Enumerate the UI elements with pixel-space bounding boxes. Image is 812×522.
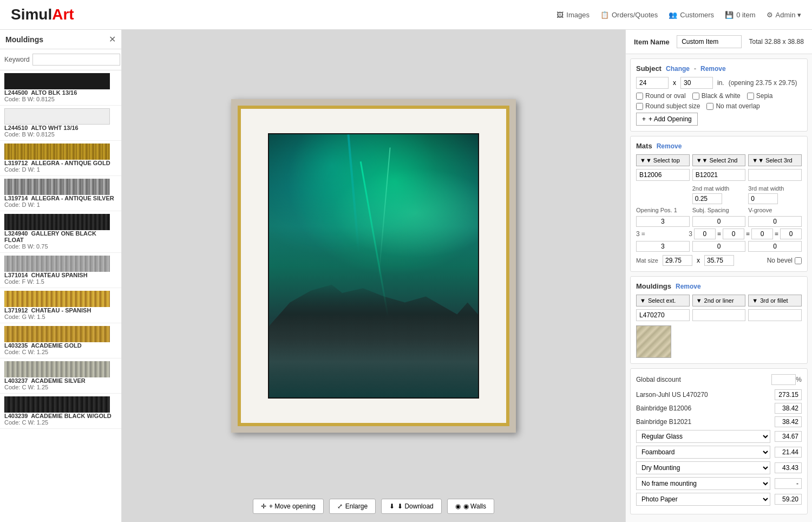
remove-mouldings-link[interactable]: Remove: [676, 283, 701, 290]
moulding-name: L319714 ALLEGRA - ANTIQUE SILVER: [4, 195, 117, 201]
item-name-input[interactable]: [677, 35, 742, 48]
change-link[interactable]: Change: [666, 65, 690, 73]
remove-mats-link[interactable]: Remove: [657, 142, 682, 150]
moulding-list-item[interactable]: L324940 GALLERY ONE BLACK FLOAT Code: B …: [0, 211, 121, 253]
mould1-code-input[interactable]: [636, 309, 690, 321]
mat3-width-label: 3rd mat width: [748, 185, 802, 192]
op1-input[interactable]: [636, 216, 690, 227]
mould2-code-input[interactable]: [692, 309, 746, 321]
round-oval-check[interactable]: Round or oval: [636, 92, 686, 100]
remove-subject-link[interactable]: Remove: [700, 65, 726, 73]
aurora-effect: [269, 134, 478, 292]
select-2nd-mat-button[interactable]: ▼ ▼ Select 2nd: [692, 154, 746, 166]
subject-width-input[interactable]: [636, 77, 669, 89]
round-subject-check[interactable]: Round subject size: [636, 102, 700, 110]
select-3rd-fillet-button[interactable]: ▼ 3rd or fillet: [748, 295, 802, 306]
mould3-code-input[interactable]: [748, 309, 802, 321]
subject-checks-1: Round or oval Black & white Sepia: [636, 92, 802, 100]
price-value-input[interactable]: [775, 403, 802, 414]
vg1-input[interactable]: [748, 216, 802, 227]
global-discount-input[interactable]: [771, 374, 796, 385]
price-value-input[interactable]: [775, 389, 802, 400]
mat2-code-input[interactable]: [692, 169, 746, 181]
sp2-input[interactable]: [694, 229, 716, 239]
nav-orders[interactable]: 📋 Orders/Quotes: [600, 11, 658, 19]
price-select[interactable]: FoamboardBacking BoardCoroplast: [636, 446, 770, 459]
mat3-code-input[interactable]: [748, 169, 802, 181]
enlarge-button[interactable]: ⤢ Enlarge: [329, 499, 376, 514]
no-mat-overlap-check[interactable]: No mat overlap: [706, 102, 759, 110]
mouldings-header: Mouldings Remove: [636, 282, 802, 290]
moulding-list-item[interactable]: L244510 ALTO WHT 13/16 Code: B W: 0.8125: [0, 106, 121, 141]
sp1-input[interactable]: [692, 216, 746, 227]
price-select[interactable]: Regular GlassUV GlassMuseum GlassAcrylic: [636, 430, 770, 443]
select-ext-button[interactable]: ▼ Select ext.: [636, 295, 690, 306]
add-opening-button[interactable]: + + Add Opening: [636, 113, 698, 126]
price-select[interactable]: No frame mountingStandard mountingFloat …: [636, 477, 770, 490]
price-select[interactable]: Photo PaperCanvasFine Art Paper: [636, 493, 770, 506]
price-value-input[interactable]: [775, 462, 802, 473]
mat1-code-input[interactable]: [636, 169, 690, 181]
moulding-swatch: [4, 108, 110, 125]
moulding-list-item[interactable]: L319714 ALLEGRA - ANTIQUE SILVER Code: D…: [0, 176, 121, 211]
vg3-input[interactable]: [748, 241, 802, 252]
price-select[interactable]: Dry MountingWet MountingNo Mounting: [636, 461, 770, 474]
moulding-list-item[interactable]: L371014 CHATEAU SPANISH Code: F W: 1.5: [0, 253, 121, 288]
close-icon[interactable]: ✕: [109, 34, 116, 44]
mat-height-input[interactable]: [704, 255, 734, 266]
moulding-list-item[interactable]: L403237 ACADEMIE SILVER Code: C W: 1.25: [0, 358, 121, 394]
sp2b-input[interactable]: [723, 229, 744, 239]
sepia-checkbox[interactable]: [747, 93, 754, 100]
mat3-width-input[interactable]: [748, 193, 778, 204]
price-row: No frame mountingStandard mountingFloat …: [636, 477, 802, 490]
bw-checkbox[interactable]: [692, 93, 699, 100]
price-value-input[interactable]: [775, 478, 802, 489]
mat-width-input[interactable]: [663, 255, 692, 266]
subj-spacing-label: Subj. Spacing: [692, 207, 746, 213]
nav-customers[interactable]: 👥 Customers: [669, 11, 714, 19]
moulding-list-item[interactable]: L371912 CHATEAU - SPANISH Code: G W: 1.5: [0, 288, 121, 323]
vg2b-input[interactable]: [780, 229, 802, 239]
sp3-input[interactable]: [692, 241, 746, 252]
price-value-input[interactable]: [775, 416, 802, 427]
mat-select-grid: ▼ ▼ Select top ▼ ▼ Select 2nd ▼ ▼ Select…: [636, 154, 802, 181]
nav-images[interactable]: 🖼 Images: [556, 11, 590, 19]
item-name-label: Item Name: [634, 38, 670, 46]
price-header: Global discount %: [636, 374, 802, 385]
moulding-swatch: [4, 143, 110, 160]
mouldings-section: Mouldings Remove ▼ Select ext. ▼ 2nd or …: [630, 276, 808, 364]
sepia-check[interactable]: Sepia: [747, 92, 773, 100]
select-top-mat-button[interactable]: ▼ ▼ Select top: [636, 154, 690, 166]
no-bevel-checkbox[interactable]: [795, 257, 802, 264]
price-value-input[interactable]: [775, 431, 802, 442]
moulding-code: Code: D W: 1: [4, 201, 117, 208]
bw-check[interactable]: Black & white: [692, 92, 741, 100]
pct-symbol: %: [796, 376, 802, 383]
moulding-list-item[interactable]: L403235 ACADEMIE GOLD Code: C W: 1.25: [0, 323, 121, 358]
no-mat-overlap-checkbox[interactable]: [706, 103, 713, 110]
round-oval-checkbox[interactable]: [636, 93, 643, 100]
select-3rd-mat-button[interactable]: ▼ ▼ Select 3rd: [748, 154, 802, 166]
move-opening-button[interactable]: ✛ + Move opening: [253, 499, 324, 514]
moulding-list-item[interactable]: L244500 ALTO BLK 13/16 Code: B W: 0.8125: [0, 70, 121, 106]
moulding-list-item[interactable]: L403239 ACADEMIE BLACK W/GOLD Code: C W:…: [0, 394, 121, 429]
mat-size-label: Mat size: [636, 257, 658, 264]
opening-pos-label: Opening Pos. 1: [636, 207, 690, 213]
price-row: FoamboardBacking BoardCoroplast: [636, 446, 802, 459]
download-button[interactable]: ⬇ ⬇ Download: [381, 499, 442, 514]
subject-height-input[interactable]: [680, 77, 713, 89]
vg2-input[interactable]: [751, 229, 773, 239]
price-value-input[interactable]: [775, 494, 802, 505]
round-subject-checkbox[interactable]: [636, 103, 643, 110]
nav-admin[interactable]: ⚙ Admin ▾: [767, 11, 801, 19]
mat2-width-input[interactable]: [692, 193, 722, 204]
walls-button[interactable]: ◉ ◉ Walls: [447, 499, 494, 514]
search-input[interactable]: [32, 54, 120, 66]
moulding-select-grid: ▼ Select ext. ▼ 2nd or liner ▼ 3rd or fi…: [636, 295, 802, 321]
nav-item[interactable]: 💾 0 item: [725, 11, 755, 19]
select-2nd-liner-button[interactable]: ▼ 2nd or liner: [692, 295, 746, 306]
op3-input[interactable]: [636, 241, 690, 252]
subject-section: Subject Change - Remove x in. (opening 2…: [630, 58, 808, 132]
moulding-list-item[interactable]: L319712 ALLEGRA - ANTIQUE GOLD Code: D W…: [0, 141, 121, 176]
price-value-input[interactable]: [775, 447, 802, 458]
